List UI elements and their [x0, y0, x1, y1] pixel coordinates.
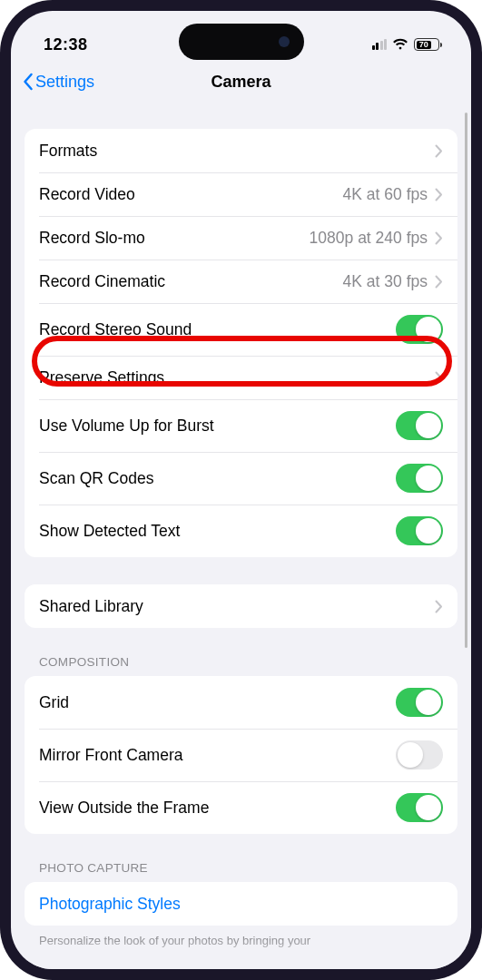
battery-icon: 70	[414, 38, 442, 51]
shared-library-group: Shared Library	[25, 584, 457, 628]
chevron-right-icon	[435, 371, 443, 385]
back-button[interactable]: Settings	[22, 73, 94, 92]
photo-capture-group: Photographic Styles	[25, 882, 457, 926]
toggle-detected-text[interactable]	[396, 516, 443, 545]
row-stereo-sound: Record Stereo Sound	[25, 303, 457, 356]
row-label: Record Cinematic	[39, 272, 343, 291]
nav-bar: Settings Camera	[11, 62, 471, 102]
wifi-icon	[392, 38, 408, 51]
camera-settings-group: Formats Record Video 4K at 60 fps Record…	[25, 129, 457, 557]
toggle-mirror-front[interactable]	[396, 740, 443, 769]
content-scroll[interactable]: Formats Record Video 4K at 60 fps Record…	[11, 102, 471, 969]
row-label: Preserve Settings	[39, 368, 435, 387]
chevron-right-icon	[435, 600, 443, 613]
row-label: Shared Library	[39, 597, 435, 616]
row-scan-qr: Scan QR Codes	[25, 452, 457, 505]
row-grid: Grid	[25, 676, 457, 729]
row-record-video[interactable]: Record Video 4K at 60 fps	[25, 172, 457, 216]
footer-text: Personalize the look of your photos by b…	[25, 926, 457, 949]
chevron-right-icon	[435, 188, 443, 201]
chevron-right-icon	[435, 231, 443, 245]
composition-group: Grid Mirror Front Camera View Outside th…	[25, 676, 457, 834]
row-label: Record Stereo Sound	[39, 320, 396, 339]
row-label: View Outside the Frame	[39, 799, 396, 818]
photo-capture-header: PHOTO CAPTURE	[39, 861, 457, 875]
row-volume-burst: Use Volume Up for Burst	[25, 399, 457, 452]
chevron-right-icon	[435, 275, 443, 289]
row-photographic-styles[interactable]: Photographic Styles	[25, 882, 457, 926]
row-label: Use Volume Up for Burst	[39, 416, 396, 436]
status-time: 12:38	[44, 35, 88, 54]
toggle-grid[interactable]	[396, 688, 443, 717]
row-record-slomo[interactable]: Record Slo-mo 1080p at 240 fps	[25, 216, 457, 260]
toggle-scan-qr[interactable]	[396, 464, 443, 493]
row-label: Grid	[39, 693, 396, 712]
row-label: Mirror Front Camera	[39, 746, 396, 765]
row-record-cinematic[interactable]: Record Cinematic 4K at 30 fps	[25, 260, 457, 303]
scroll-indicator	[465, 113, 467, 648]
row-label: Record Slo-mo	[39, 229, 310, 248]
toggle-volume-burst[interactable]	[396, 411, 443, 440]
toggle-stereo-sound[interactable]	[396, 315, 443, 344]
chevron-left-icon	[22, 73, 34, 91]
row-label: Record Video	[39, 185, 343, 204]
row-view-outside: View Outside the Frame	[25, 781, 457, 834]
row-preserve-settings[interactable]: Preserve Settings	[25, 356, 457, 399]
page-title: Camera	[211, 73, 271, 92]
row-label: Show Detected Text	[39, 522, 396, 541]
row-value: 4K at 30 fps	[343, 272, 428, 291]
row-label: Scan QR Codes	[39, 469, 396, 488]
row-value: 1080p at 240 fps	[310, 229, 428, 248]
dynamic-island	[179, 24, 304, 60]
cellular-icon	[372, 39, 388, 50]
row-formats[interactable]: Formats	[25, 129, 457, 172]
row-label: Photographic Styles	[39, 895, 181, 914]
composition-header: COMPOSITION	[39, 655, 457, 669]
toggle-view-outside[interactable]	[396, 793, 443, 822]
row-shared-library[interactable]: Shared Library	[25, 584, 457, 628]
row-mirror-front: Mirror Front Camera	[25, 729, 457, 781]
back-label: Settings	[35, 73, 94, 92]
chevron-right-icon	[435, 144, 443, 158]
row-label: Formats	[39, 142, 435, 161]
row-detected-text: Show Detected Text	[25, 505, 457, 557]
row-value: 4K at 60 fps	[343, 185, 428, 204]
